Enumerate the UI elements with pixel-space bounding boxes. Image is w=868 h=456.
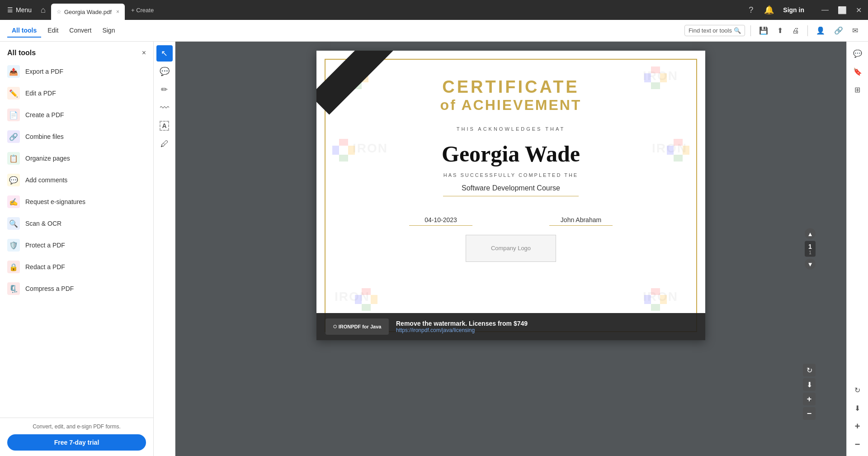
maximize-button[interactable]: ⬜ — [835, 5, 849, 15]
tool-item-scan[interactable]: 🔍 Scan & OCR — [4, 213, 150, 234]
tool-item-esign[interactable]: ✍️ Request e-signatures — [4, 191, 150, 213]
pages-panel-button[interactable]: ⊞ — [849, 81, 866, 98]
tool-label-combine: Combine files — [25, 133, 64, 140]
cert-completed: HAS SUCCESSFULLY COMPLETED THE — [344, 172, 678, 178]
zoom-in-btn[interactable]: + — [803, 393, 816, 405]
tool-item-combine[interactable]: 🔗 Combine files — [4, 126, 150, 147]
page-down-button[interactable]: ▼ — [805, 259, 816, 270]
create-button[interactable]: + Create — [127, 5, 158, 15]
tool-item-comments[interactable]: 💬 Add comments — [4, 169, 150, 191]
stamp-tool[interactable]: 🖊 — [156, 136, 173, 152]
tool-item-redact[interactable]: 🔒 Redact a PDF — [4, 256, 150, 278]
tool-icon-edit: ✏️ — [7, 87, 20, 100]
annotate-icon: 💬 — [160, 66, 170, 76]
email-button[interactable]: ✉ — [849, 24, 861, 37]
zoom-in-button[interactable]: ↻ — [803, 364, 816, 376]
pencil-icon: ✏ — [161, 85, 168, 95]
print-button[interactable]: 🖨 — [789, 25, 802, 37]
svg-rect-21 — [651, 304, 660, 311]
total-pages: 1 — [808, 250, 812, 255]
stamp-icon: 🖊 — [160, 139, 169, 149]
find-tools-input[interactable]: Find text or tools 🔍 — [684, 25, 745, 36]
iron-logo-icon: ⬡ — [333, 324, 337, 329]
email-icon: ✉ — [852, 27, 858, 34]
refresh-icon: ↻ — [854, 386, 860, 394]
comment-icon: 💬 — [853, 49, 862, 58]
home-icon: ⌂ — [41, 5, 46, 14]
tab-all-tools[interactable]: All tools — [7, 24, 41, 38]
panel-title: All tools — [7, 49, 36, 57]
pencil-tool[interactable]: ✏ — [156, 81, 173, 98]
notifications-button[interactable]: 🔔 — [762, 3, 776, 17]
iron-banner-link[interactable]: https://ironpdf.com/java/licensing — [396, 327, 528, 333]
cursor-tool[interactable]: ↖ — [156, 45, 173, 62]
zoom-out-btn[interactable]: − — [803, 407, 816, 420]
tab-convert[interactable]: Convert — [65, 24, 96, 38]
page-up-button[interactable]: ▲ — [805, 228, 816, 239]
svg-rect-17 — [362, 304, 371, 311]
home-button[interactable]: ⌂ — [37, 4, 49, 17]
tool-item-export[interactable]: 📤 Export a PDF — [4, 61, 150, 82]
iron-pdf-banner[interactable]: ⬡ IRONPDF for Java Remove the watermark.… — [316, 313, 705, 340]
tab-edit[interactable]: Edit — [43, 24, 63, 38]
tool-icon-comments: 💬 — [7, 174, 20, 186]
right-download-button[interactable]: ⬇ — [849, 400, 866, 416]
pdf-page: IRON IRON IRON IRON IRON IRON — [316, 51, 705, 340]
close-window-button[interactable]: ✕ — [853, 5, 864, 15]
cert-course: Software Development Course — [443, 184, 579, 196]
footer-text: Convert, edit, and e-sign PDF forms. — [7, 423, 146, 430]
pdf-viewer: ▲ 1 1 ▼ ↻ ⬇ + − — [175, 42, 846, 456]
tool-item-protect[interactable]: 🛡️ Protect a PDF — [4, 234, 150, 256]
cert-instructor: John Abraham — [549, 216, 613, 226]
menu-button[interactable]: ☰ Menu — [4, 5, 35, 15]
upload-button[interactable]: ⬆ — [774, 24, 786, 37]
account-button[interactable]: 👤 — [813, 24, 828, 37]
svg-rect-19 — [371, 295, 377, 304]
tab-close-button[interactable]: × — [116, 9, 119, 15]
bookmark-panel-button[interactable]: 🔖 — [849, 63, 866, 80]
fit-page-button[interactable]: ⬇ — [803, 378, 816, 391]
tool-item-compress[interactable]: 🗜️ Compress a PDF — [4, 278, 150, 299]
active-tab[interactable]: ☆ Georgia Wade.pdf × — [51, 4, 125, 20]
refresh-button[interactable]: ↻ — [849, 382, 866, 398]
share-button[interactable]: 🔗 — [831, 24, 846, 37]
panel-close-button[interactable]: × — [142, 49, 146, 57]
minimize-button[interactable]: — — [819, 5, 831, 15]
toolbar: All tools Edit Convert Sign Find text or… — [0, 20, 868, 42]
tab-sign[interactable]: Sign — [98, 24, 119, 38]
comment-panel-button[interactable]: 💬 — [849, 45, 866, 62]
tool-label-organize: Organize pages — [25, 155, 70, 162]
trial-button[interactable]: Free 7-day trial — [7, 434, 146, 451]
annotate-tool[interactable]: 💬 — [156, 63, 173, 80]
tool-label-edit: Edit a PDF — [25, 90, 56, 97]
right-zoom-in-button[interactable]: + — [849, 418, 866, 434]
tool-icon-redact: 🔒 — [7, 261, 20, 273]
grid-icon: ⊞ — [854, 86, 860, 94]
right-zoom-out-button[interactable]: − — [849, 436, 866, 452]
help-button[interactable]: ? — [747, 4, 755, 17]
cert-title-1: CERTIFICATE — [344, 78, 678, 97]
sign-in-button[interactable]: Sign in — [783, 6, 804, 14]
bell-icon: 🔔 — [764, 5, 774, 14]
iron-pdf-logo: ⬡ IRONPDF for Java — [326, 318, 389, 335]
tool-item-organize[interactable]: 📋 Organize pages — [4, 147, 150, 169]
panel-footer: Convert, edit, and e-sign PDF forms. Fre… — [0, 418, 153, 456]
iron-banner-text: Remove the watermark. Licenses from $749… — [396, 320, 528, 333]
tool-item-create[interactable]: 📄 Create a PDF — [4, 104, 150, 126]
tool-item-edit[interactable]: ✏️ Edit a PDF — [4, 82, 150, 104]
text-tool[interactable]: A — [156, 118, 173, 134]
current-page: 1 — [808, 243, 812, 250]
toolbar-right: Find text or tools 🔍 💾 ⬆ 🖨 👤 🔗 ✉ — [684, 24, 861, 37]
draw-tool[interactable]: 〰 — [156, 100, 173, 116]
tab-title: Georgia Wade.pdf — [64, 9, 112, 15]
iron-logo-text: IRONPDF for Java — [339, 324, 382, 329]
save-icon: 💾 — [759, 27, 768, 34]
cert-name: Georgia Wade — [344, 141, 678, 167]
save-button[interactable]: 💾 — [756, 24, 771, 37]
cert-instructor-field: John Abraham — [549, 216, 613, 226]
bookmark-icon: 🔖 — [853, 67, 862, 76]
tool-icon-compress: 🗜️ — [7, 282, 20, 295]
cert-logo-text: Company Logo — [491, 245, 531, 252]
text-icon: A — [160, 121, 169, 131]
svg-rect-23 — [660, 295, 667, 304]
